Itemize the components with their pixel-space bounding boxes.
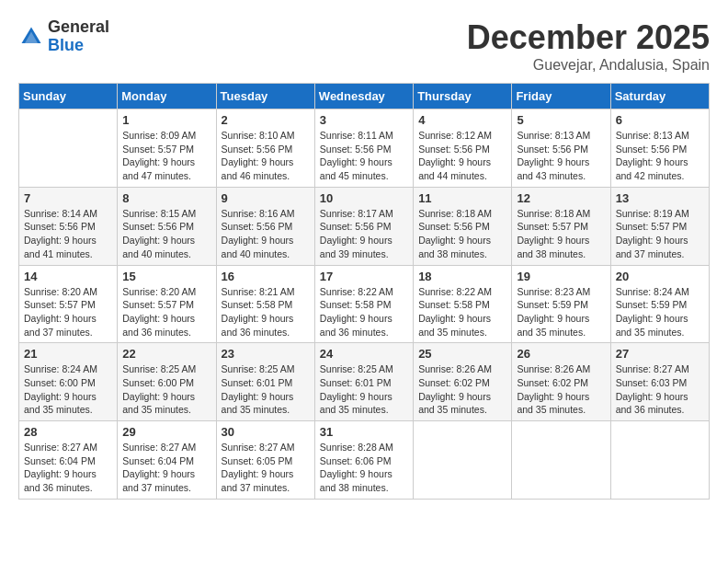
calendar-cell: 20Sunrise: 8:24 AMSunset: 5:59 PMDayligh… xyxy=(610,265,709,343)
day-number: 8 xyxy=(122,191,210,205)
logo-icon xyxy=(18,24,44,50)
calendar-table: SundayMondayTuesdayWednesdayThursdayFrid… xyxy=(18,83,710,500)
day-number: 4 xyxy=(418,113,506,127)
day-number: 17 xyxy=(320,270,408,283)
day-info: Sunrise: 8:16 AMSunset: 5:56 PMDaylight:… xyxy=(222,207,310,261)
week-row-3: 14Sunrise: 8:20 AMSunset: 5:57 PMDayligh… xyxy=(19,265,710,343)
logo-blue: Blue xyxy=(48,37,109,55)
day-info: Sunrise: 8:11 AMSunset: 5:56 PMDaylight:… xyxy=(320,129,408,183)
calendar-cell: 15Sunrise: 8:20 AMSunset: 5:57 PMDayligh… xyxy=(118,265,216,343)
day-number: 27 xyxy=(616,347,704,361)
calendar-cell xyxy=(610,421,709,500)
week-row-1: 1Sunrise: 8:09 AMSunset: 5:57 PMDaylight… xyxy=(19,109,710,188)
day-info: Sunrise: 8:20 AMSunset: 5:57 PMDaylight:… xyxy=(24,285,112,339)
col-header-sunday: Sunday xyxy=(19,84,118,109)
calendar-cell: 17Sunrise: 8:22 AMSunset: 5:58 PMDayligh… xyxy=(314,265,413,343)
day-info: Sunrise: 8:27 AMSunset: 6:03 PMDaylight:… xyxy=(616,362,704,417)
calendar-cell: 26Sunrise: 8:26 AMSunset: 6:02 PMDayligh… xyxy=(512,343,610,421)
day-number: 12 xyxy=(517,191,605,205)
day-number: 1 xyxy=(122,113,210,127)
week-row-5: 28Sunrise: 8:27 AMSunset: 6:04 PMDayligh… xyxy=(19,421,710,500)
calendar-cell: 18Sunrise: 8:22 AMSunset: 5:58 PMDayligh… xyxy=(414,265,512,343)
calendar-cell: 23Sunrise: 8:25 AMSunset: 6:01 PMDayligh… xyxy=(216,343,314,421)
page-header: General Blue December 2025 Guevejar, And… xyxy=(18,18,710,74)
day-info: Sunrise: 8:13 AMSunset: 5:56 PMDaylight:… xyxy=(616,129,704,183)
day-info: Sunrise: 8:25 AMSunset: 6:00 PMDaylight:… xyxy=(122,362,210,417)
day-info: Sunrise: 8:26 AMSunset: 6:02 PMDaylight:… xyxy=(418,362,506,417)
calendar-cell: 25Sunrise: 8:26 AMSunset: 6:02 PMDayligh… xyxy=(414,343,512,421)
day-info: Sunrise: 8:23 AMSunset: 5:59 PMDaylight:… xyxy=(517,285,605,339)
day-number: 6 xyxy=(616,113,704,127)
day-number: 2 xyxy=(222,113,310,127)
day-number: 3 xyxy=(320,113,408,127)
calendar-cell: 14Sunrise: 8:20 AMSunset: 5:57 PMDayligh… xyxy=(19,265,118,343)
calendar-cell: 29Sunrise: 8:27 AMSunset: 6:04 PMDayligh… xyxy=(118,421,216,500)
calendar-header-row: SundayMondayTuesdayWednesdayThursdayFrid… xyxy=(19,84,710,109)
day-number: 19 xyxy=(517,270,605,283)
calendar-cell xyxy=(19,109,118,188)
logo: General Blue xyxy=(18,18,109,55)
day-number: 13 xyxy=(616,191,704,205)
col-header-friday: Friday xyxy=(512,84,610,109)
day-number: 11 xyxy=(418,191,506,205)
day-info: Sunrise: 8:17 AMSunset: 5:56 PMDaylight:… xyxy=(320,207,408,261)
title-block: December 2025 Guevejar, Andalusia, Spain xyxy=(467,18,710,74)
col-header-wednesday: Wednesday xyxy=(314,84,413,109)
day-info: Sunrise: 8:28 AMSunset: 6:06 PMDaylight:… xyxy=(320,441,408,495)
day-number: 16 xyxy=(222,270,310,283)
day-number: 14 xyxy=(24,270,112,283)
calendar-cell: 16Sunrise: 8:21 AMSunset: 5:58 PMDayligh… xyxy=(216,265,314,343)
day-info: Sunrise: 8:24 AMSunset: 5:59 PMDaylight:… xyxy=(616,285,704,339)
day-info: Sunrise: 8:12 AMSunset: 5:56 PMDaylight:… xyxy=(418,129,506,183)
calendar-cell: 10Sunrise: 8:17 AMSunset: 5:56 PMDayligh… xyxy=(314,187,413,265)
day-number: 5 xyxy=(517,113,605,127)
location: Guevejar, Andalusia, Spain xyxy=(467,57,710,74)
col-header-thursday: Thursday xyxy=(414,84,512,109)
calendar-cell: 2Sunrise: 8:10 AMSunset: 5:56 PMDaylight… xyxy=(216,109,314,188)
day-info: Sunrise: 8:13 AMSunset: 5:56 PMDaylight:… xyxy=(517,129,605,183)
calendar-cell: 28Sunrise: 8:27 AMSunset: 6:04 PMDayligh… xyxy=(19,421,118,500)
calendar-cell: 5Sunrise: 8:13 AMSunset: 5:56 PMDaylight… xyxy=(512,109,610,188)
calendar-cell: 21Sunrise: 8:24 AMSunset: 6:00 PMDayligh… xyxy=(19,343,118,421)
day-number: 30 xyxy=(222,425,310,439)
calendar-cell xyxy=(512,421,610,500)
calendar-cell: 1Sunrise: 8:09 AMSunset: 5:57 PMDaylight… xyxy=(118,109,216,188)
day-info: Sunrise: 8:22 AMSunset: 5:58 PMDaylight:… xyxy=(320,285,408,339)
day-info: Sunrise: 8:21 AMSunset: 5:58 PMDaylight:… xyxy=(222,285,310,339)
calendar-cell: 4Sunrise: 8:12 AMSunset: 5:56 PMDaylight… xyxy=(414,109,512,188)
day-number: 23 xyxy=(222,347,310,361)
calendar-cell: 30Sunrise: 8:27 AMSunset: 6:05 PMDayligh… xyxy=(216,421,314,500)
calendar-cell: 9Sunrise: 8:16 AMSunset: 5:56 PMDaylight… xyxy=(216,187,314,265)
day-info: Sunrise: 8:22 AMSunset: 5:58 PMDaylight:… xyxy=(418,285,506,339)
calendar-cell: 12Sunrise: 8:18 AMSunset: 5:57 PMDayligh… xyxy=(512,187,610,265)
day-number: 21 xyxy=(24,347,112,361)
day-info: Sunrise: 8:27 AMSunset: 6:05 PMDaylight:… xyxy=(222,441,310,495)
calendar-cell: 11Sunrise: 8:18 AMSunset: 5:56 PMDayligh… xyxy=(414,187,512,265)
day-info: Sunrise: 8:10 AMSunset: 5:56 PMDaylight:… xyxy=(222,129,310,183)
calendar-cell: 27Sunrise: 8:27 AMSunset: 6:03 PMDayligh… xyxy=(610,343,709,421)
calendar-cell: 3Sunrise: 8:11 AMSunset: 5:56 PMDaylight… xyxy=(314,109,413,188)
day-info: Sunrise: 8:20 AMSunset: 5:57 PMDaylight:… xyxy=(122,285,210,339)
day-number: 31 xyxy=(320,425,408,439)
day-number: 22 xyxy=(122,347,210,361)
day-info: Sunrise: 8:09 AMSunset: 5:57 PMDaylight:… xyxy=(122,129,210,183)
day-info: Sunrise: 8:18 AMSunset: 5:56 PMDaylight:… xyxy=(418,207,506,261)
logo-text: General Blue xyxy=(48,18,109,55)
calendar-cell: 13Sunrise: 8:19 AMSunset: 5:57 PMDayligh… xyxy=(610,187,709,265)
calendar-cell: 31Sunrise: 8:28 AMSunset: 6:06 PMDayligh… xyxy=(314,421,413,500)
col-header-monday: Monday xyxy=(118,84,216,109)
col-header-tuesday: Tuesday xyxy=(216,84,314,109)
day-info: Sunrise: 8:24 AMSunset: 6:00 PMDaylight:… xyxy=(24,362,112,417)
logo-general: General xyxy=(48,18,109,37)
calendar-cell xyxy=(414,421,512,500)
day-number: 24 xyxy=(320,347,408,361)
calendar-cell: 19Sunrise: 8:23 AMSunset: 5:59 PMDayligh… xyxy=(512,265,610,343)
day-number: 25 xyxy=(418,347,506,361)
day-number: 28 xyxy=(24,425,112,439)
week-row-2: 7Sunrise: 8:14 AMSunset: 5:56 PMDaylight… xyxy=(19,187,710,265)
day-info: Sunrise: 8:26 AMSunset: 6:02 PMDaylight:… xyxy=(517,362,605,417)
calendar-cell: 24Sunrise: 8:25 AMSunset: 6:01 PMDayligh… xyxy=(314,343,413,421)
day-number: 29 xyxy=(122,425,210,439)
day-number: 9 xyxy=(222,191,310,205)
day-info: Sunrise: 8:25 AMSunset: 6:01 PMDaylight:… xyxy=(222,362,310,417)
